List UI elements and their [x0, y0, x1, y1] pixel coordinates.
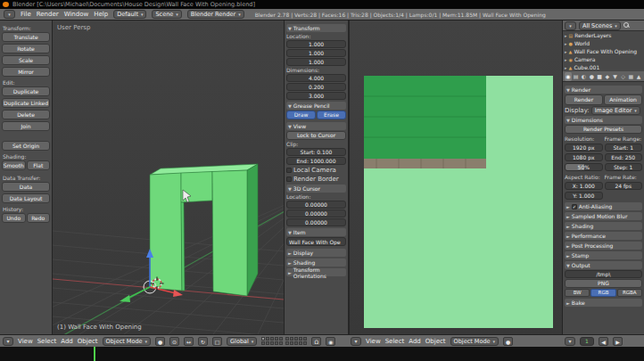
rotate-button[interactable]: Rotate — [2, 44, 50, 53]
item-name-input[interactable] — [286, 237, 346, 246]
channels-rgb-button[interactable]: RGB — [590, 289, 615, 297]
data-transfer-button[interactable]: Data — [2, 182, 50, 192]
layer-toggle[interactable] — [303, 337, 307, 340]
disclosure-icon[interactable]: ▸ — [565, 57, 567, 62]
viewport-shading-icon[interactable]: ● — [155, 337, 165, 346]
disclosure-icon[interactable]: ▸ — [565, 65, 567, 70]
tab-render-layers-icon[interactable]: ▤ — [573, 72, 580, 81]
tab-modifiers-icon[interactable]: ◆ — [604, 72, 611, 81]
shade-smooth-button[interactable]: Smooth — [2, 160, 26, 170]
snap-magnet-icon[interactable]: Ω — [311, 337, 321, 346]
cursor-z-field[interactable]: 0.00000 — [286, 218, 346, 226]
mirror-button[interactable]: Mirror — [2, 67, 50, 77]
timeline-playhead[interactable] — [94, 347, 95, 361]
layer-toggle[interactable] — [294, 337, 298, 340]
manipulator-translate-icon[interactable]: ↔ — [184, 337, 194, 346]
bake-panel-header[interactable]: ►Bake — [565, 299, 642, 307]
view-panel-header[interactable]: ▼View — [286, 122, 346, 130]
menu-object[interactable]: Object — [78, 338, 98, 345]
outliner-row[interactable]: ▸●World — [563, 39, 644, 47]
clip-start-field[interactable]: Start: 0.100 — [286, 148, 346, 156]
layer-toggle[interactable] — [275, 341, 278, 345]
performance-panel-header[interactable]: ►Performance — [565, 232, 642, 240]
outliner-editor-icon[interactable]: ▾ — [565, 21, 576, 30]
layer-toggle[interactable] — [270, 341, 274, 345]
menu-view[interactable]: View — [18, 338, 33, 345]
resolution-x-field[interactable]: 1920 px — [565, 144, 603, 152]
channels-bw-button[interactable]: BW — [565, 289, 590, 297]
transform-panel-header[interactable]: ▼Transform — [286, 24, 346, 32]
dimension-x-field[interactable]: 4.000 — [286, 74, 346, 82]
data-layout-button[interactable]: Data Layout — [2, 193, 50, 203]
animation-button[interactable]: Animation — [604, 94, 642, 105]
tab-object-icon[interactable]: ■ — [596, 72, 603, 81]
viewport-canvas[interactable] — [350, 21, 562, 334]
layer-toggle[interactable] — [294, 341, 298, 345]
join-button[interactable]: Join — [2, 121, 50, 131]
frame-start-field[interactable]: Start: 1 — [605, 144, 643, 152]
outliner-row[interactable]: ▸◉Camera — [563, 55, 644, 63]
dimensions-panel-header[interactable]: ▼Dimensions — [565, 116, 642, 124]
mode-dropdown[interactable]: Object Mode▾ — [103, 337, 151, 346]
tab-render-icon[interactable]: ◉ — [565, 72, 572, 81]
tab-material-icon[interactable]: ◇ — [620, 72, 627, 81]
set-origin-button[interactable]: Set Origin — [2, 141, 50, 151]
render-presets-dropdown[interactable]: Render Presets — [565, 125, 642, 134]
tab-world-icon[interactable]: ● — [588, 72, 595, 81]
outliner-display-dropdown[interactable]: All Scenes▾ — [579, 21, 621, 30]
viewport-3d-secondary[interactable] — [350, 21, 562, 334]
local-camera-checkbox[interactable] — [286, 168, 292, 173]
display-panel-header[interactable]: ►Display — [286, 249, 346, 257]
location-x-field[interactable]: 1.000 — [286, 40, 346, 48]
render-panel-header[interactable]: ▼Render — [565, 86, 642, 94]
anti-aliasing-panel-header[interactable]: ►✓Anti-Aliasing — [565, 202, 642, 210]
info-editor-icon[interactable]: ▾ — [4, 10, 15, 19]
location-y-field[interactable]: 1.000 — [286, 49, 346, 57]
viewport-editor-icon[interactable]: ▾ — [351, 337, 361, 346]
location-z-field[interactable]: 1.000 — [286, 58, 346, 66]
scale-button[interactable]: Scale — [2, 55, 50, 65]
menu-add[interactable]: Add — [409, 338, 421, 345]
mode-dropdown[interactable]: Object Mode▾ — [450, 337, 499, 346]
aspect-x-field[interactable]: X: 1.000 — [565, 182, 603, 190]
render-camera-icon[interactable]: ◉ — [326, 337, 335, 346]
cursor-panel-header[interactable]: ▼3D Cursor — [286, 185, 346, 193]
layer-toggle[interactable] — [266, 337, 269, 340]
menu-window[interactable]: Window — [64, 11, 89, 18]
menu-select[interactable]: Select — [37, 338, 57, 345]
duplicate-button[interactable]: Duplicate — [2, 86, 50, 96]
shade-flat-button[interactable]: Flat — [27, 160, 51, 170]
disclosure-icon[interactable]: ▸ — [565, 33, 567, 38]
frame-step-field[interactable]: Step: 1 — [605, 163, 643, 171]
cursor-y-field[interactable]: 0.00000 — [286, 209, 346, 217]
menu-render[interactable]: Render — [37, 11, 59, 18]
grease-erase-button[interactable]: Erase — [317, 111, 346, 119]
jump-prev-icon[interactable]: ◀ — [599, 337, 608, 346]
output-panel-header[interactable]: ▼Output — [565, 261, 642, 269]
render-border-checkbox[interactable] — [286, 176, 292, 182]
translate-button[interactable]: Translate — [2, 32, 50, 42]
render-button[interactable]: Render — [565, 94, 603, 105]
manipulator-rotate-icon[interactable]: ↻ — [198, 337, 208, 346]
clip-end-field[interactable]: End: 1000.000 — [286, 157, 346, 165]
cursor-x-field[interactable]: 0.00000 — [286, 201, 346, 209]
layer-toggle[interactable] — [279, 341, 283, 345]
display-dropdown[interactable]: Image Editor▾ — [591, 106, 640, 115]
output-format-dropdown[interactable]: PNG — [565, 279, 642, 288]
menu-view[interactable]: View — [366, 338, 381, 345]
frame-rate-dropdown[interactable]: 24 fps — [605, 182, 643, 190]
resolution-y-field[interactable]: 1080 px — [565, 153, 603, 161]
tab-physics-icon[interactable]: ▲ — [635, 72, 642, 81]
resolution-percentage-slider[interactable]: 50% — [565, 163, 603, 171]
viewport-3d-main[interactable]: User Persp (1) Wall Face With Opening — [53, 21, 284, 334]
motion-blur-panel-header[interactable]: ►Sampled Motion Blur — [565, 212, 642, 220]
timeline-editor-icon[interactable]: ▾ — [565, 337, 575, 346]
transform-orientations-panel-header[interactable]: ►Transform Orientations — [286, 268, 346, 276]
layer-toggle[interactable] — [266, 341, 269, 345]
layer-toggle[interactable] — [290, 341, 293, 345]
channels-rgba-button[interactable]: RGBA — [617, 289, 642, 297]
layer-toggle[interactable] — [299, 341, 302, 345]
item-panel-header[interactable]: ▼Item — [286, 228, 346, 236]
grease-draw-button[interactable]: Draw — [286, 111, 316, 119]
layer-toggle[interactable] — [261, 337, 265, 340]
